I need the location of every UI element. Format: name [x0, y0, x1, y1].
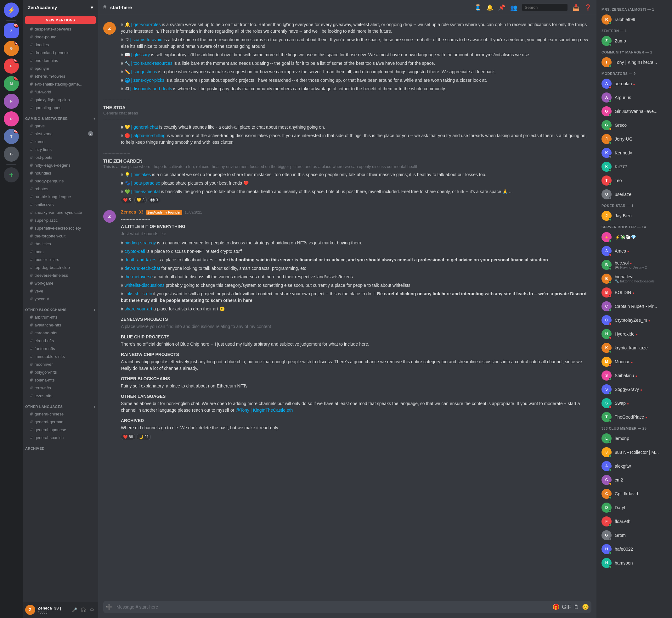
channel-item-rumble-kong[interactable]: # rumble-kong-league	[25, 193, 96, 200]
notification-icon[interactable]: 🔔	[486, 4, 493, 11]
server-icon-6[interactable]: R	[4, 111, 19, 126]
server-icon-4[interactable]: M 183	[4, 76, 19, 91]
channel-item-superlative[interactable]: # superlative-secret-society	[25, 224, 96, 232]
emoji-icon[interactable]: 😊	[582, 604, 589, 610]
channel-item-cardano[interactable]: # cardano-nfts	[25, 329, 96, 336]
server-icon-5[interactable]: N	[4, 94, 19, 109]
channel-item-polygon[interactable]: # polygon-nfts	[25, 368, 96, 376]
member-item-soggy-gravy[interactable]: S SoggyGravy ●	[599, 383, 669, 396]
search-input[interactable]	[522, 4, 568, 11]
channel-item-sneaky[interactable]: # sneaky-vampire-syndicate	[25, 209, 96, 216]
member-item-teo[interactable]: T Teo	[599, 174, 669, 188]
channel-item-general-chinese[interactable]: # general-chinese	[25, 410, 96, 418]
channel-item-immutable[interactable]: # immutable-x-nfts	[25, 352, 96, 360]
sticker-icon[interactable]: 🗒	[574, 604, 579, 610]
channel-item-dreamland[interactable]: # dreamland-genesis	[25, 49, 96, 56]
channel-item-desperate-apewives[interactable]: # desperate-apewives	[25, 25, 96, 33]
server-icon-8[interactable]: B	[4, 146, 19, 162]
channel-item-pudgy[interactable]: # pudgy-penguins	[25, 177, 96, 185]
category-archived[interactable]: ARCHIVED	[23, 441, 98, 451]
member-item-hafe0022[interactable]: H hafe0022	[599, 542, 669, 556]
channel-item-toddler[interactable]: # toddler-pillars	[25, 256, 96, 263]
gif-icon[interactable]: GIF	[562, 604, 571, 610]
member-item-cryptolayzee[interactable]: C CryptolayZee_m ●	[599, 313, 669, 327]
channel-item-yoconut[interactable]: # yoconut	[25, 295, 96, 303]
reaction-heart[interactable]: ❤️ 5	[121, 197, 133, 203]
member-item-kit777[interactable]: K Kit777	[599, 160, 669, 174]
category-other-blockchains[interactable]: OTHER BLOCKCHAINS +	[23, 303, 98, 313]
member-item-hamsoon[interactable]: H hamsoon	[599, 556, 669, 570]
reaction-final-heart[interactable]: ❤️ 88	[121, 434, 135, 440]
member-item-cpt-ikdavid[interactable]: C Cpt. Ikdavid	[599, 487, 669, 501]
member-item-bighatlevi[interactable]: B bighatlevi 🔧 faktoring hectopascals	[599, 272, 669, 286]
category-gaming[interactable]: Gaming & Metaverse +	[23, 112, 98, 122]
member-item-captain-rupert[interactable]: C Captain Rupert - Pir...	[599, 299, 669, 313]
member-item-greco[interactable]: G Greco	[599, 118, 669, 132]
server-icon-2[interactable]: G 15	[4, 41, 19, 56]
channel-item-noundles[interactable]: # noundles	[25, 169, 96, 177]
server-icon-zen[interactable]: Z 309	[4, 23, 19, 38]
channel-item-general-german[interactable]: # general-german	[25, 418, 96, 425]
add-file-icon[interactable]: ➕	[106, 604, 113, 610]
channel-item-the-littles[interactable]: # the-littles	[25, 240, 96, 247]
new-mentions-button[interactable]: NEW MENTIONS	[25, 16, 96, 24]
channel-item-top-dog[interactable]: # top-dog-beach-club	[25, 264, 96, 271]
reaction-star[interactable]: 💛 3	[135, 197, 147, 203]
member-item-swap[interactable]: S Swap ●	[599, 396, 669, 410]
mute-button[interactable]: 🎤	[71, 606, 78, 614]
channel-item-terra[interactable]: # terra-nfts	[25, 384, 96, 392]
channel-item-lazy-lions[interactable]: # lazy-lions	[25, 145, 96, 153]
reaction-eyes[interactable]: 👀 3	[148, 197, 160, 203]
channel-item-doge-pound[interactable]: # doge-pound	[25, 33, 96, 40]
member-item-zumo[interactable]: Z Zumo	[599, 34, 669, 48]
member-item-ames[interactable]: A Ames ●	[599, 244, 669, 258]
threads-icon[interactable]: 🧵	[474, 4, 481, 11]
channel-item-smilessvrs[interactable]: # smilessvrs	[25, 201, 96, 208]
channel-item-elrond[interactable]: # elrond-nfts	[25, 337, 96, 344]
member-item-floar[interactable]: F floar.eth	[599, 515, 669, 528]
member-item-boldin[interactable]: B BOLDIN ●	[599, 286, 669, 299]
member-item-jay-bien[interactable]: J Jay Bien	[599, 209, 669, 223]
category-other-languages[interactable]: OTHER LANGUAGES +	[23, 400, 98, 410]
members-icon[interactable]: 👥	[510, 4, 517, 11]
channel-item-doodles[interactable]: # doodles	[25, 41, 96, 48]
member-item-emoji-user[interactable]: ⚡ ⚡💸🐑💎	[599, 230, 669, 244]
member-item-jerry[interactable]: J Jerry-UG	[599, 132, 669, 146]
channel-item-garve[interactable]: # garve	[25, 122, 96, 129]
deafen-button[interactable]: 🎧	[79, 606, 87, 614]
pin-icon[interactable]: 📌	[498, 4, 505, 11]
member-item-aeroplan[interactable]: A aeroplan ●	[599, 77, 669, 91]
channel-item-general-japanese[interactable]: # general-japanese	[25, 426, 96, 433]
channel-item-general-spanish[interactable]: # general-spanish	[25, 434, 96, 441]
channel-item-wolf-game[interactable]: # wolf-game	[25, 279, 96, 287]
member-item-userlaze[interactable]: U userlaze	[599, 188, 669, 201]
channel-item-fluf[interactable]: # fluf-world	[25, 88, 96, 96]
channel-item-moonriver[interactable]: # moonriver	[25, 360, 96, 368]
messages-area[interactable]: Z # 🔔 | get-your-roles is a system we've…	[98, 15, 596, 601]
gift-icon[interactable]: 🎁	[553, 604, 559, 610]
add-server-button[interactable]: +	[4, 167, 19, 182]
member-item-ralphie[interactable]: R ralphie999	[599, 13, 669, 26]
member-item-moonar[interactable]: M Moonar ●	[599, 355, 669, 369]
member-item-krypto[interactable]: K krypto_kamikaze	[599, 341, 669, 355]
member-item-kennedy[interactable]: K Kennedy	[599, 146, 669, 160]
member-item-grom[interactable]: G Grom	[599, 528, 669, 542]
channel-item-robotos[interactable]: # robotos	[25, 185, 96, 193]
reaction-final-moon[interactable]: 🌙 21	[137, 434, 151, 440]
member-item-hydroxide[interactable]: H Hydroxide ●	[599, 327, 669, 341]
channel-item-evo-snails[interactable]: # evo-snails-staking-game...	[25, 80, 96, 88]
channel-item-galaxy[interactable]: # galaxy-fighting-club	[25, 96, 96, 103]
channel-item-treeverse[interactable]: # treeverse-timeless	[25, 272, 96, 279]
channel-item-veve[interactable]: # veve	[25, 287, 96, 295]
member-item-shibakinu[interactable]: S Shibakinu ●	[599, 369, 669, 383]
channel-item-super-plastic[interactable]: # super-plastic	[25, 216, 96, 224]
member-item-thegoodplace[interactable]: T TheGoodPlace ●	[599, 410, 669, 424]
channel-item-lost-poets[interactable]: # lost-poets	[25, 153, 96, 161]
member-item-daryl[interactable]: D Daryl	[599, 501, 669, 515]
channel-item-avalanche[interactable]: # avalanche-nfts	[25, 321, 96, 329]
channel-item-solana[interactable]: # solana-nfts	[25, 376, 96, 384]
channel-item-eponym[interactable]: # eponym	[25, 65, 96, 72]
server-icon-3[interactable]: E 560	[4, 59, 19, 74]
inbox-icon[interactable]: 📥	[573, 4, 579, 11]
channel-item-toadz[interactable]: # toadz	[25, 248, 96, 255]
